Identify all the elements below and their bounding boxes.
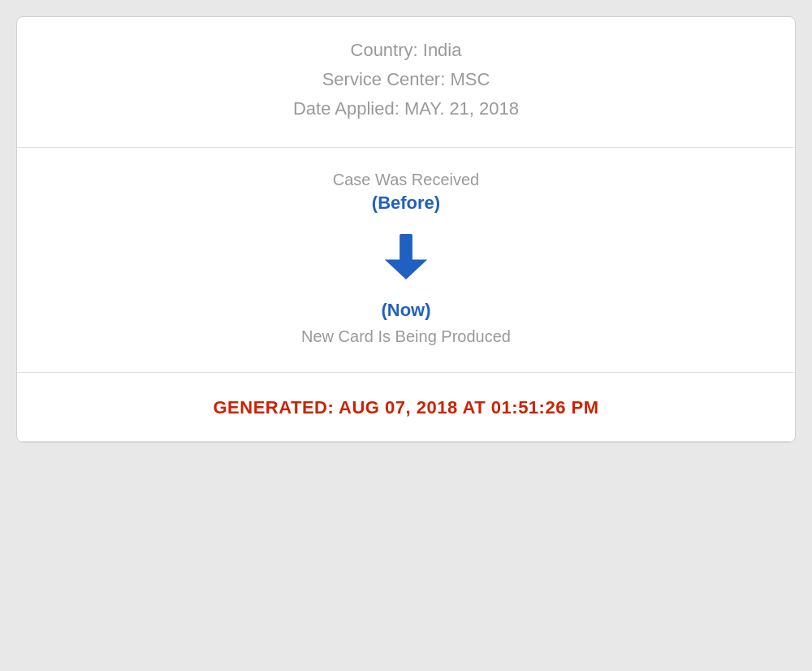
now-status-text: New Card Is Being Produced (33, 327, 779, 346)
date-applied-label: Date Applied: MAY. 21, 2018 (33, 98, 779, 119)
before-tag: (Before) (33, 193, 779, 214)
info-section: Country: India Service Center: MSC Date … (17, 17, 795, 148)
down-arrow-icon (378, 228, 434, 285)
main-card: Country: India Service Center: MSC Date … (16, 16, 796, 443)
generated-text: GENERATED: AUG 07, 2018 AT 01:51:26 PM (33, 397, 779, 418)
generated-section: GENERATED: AUG 07, 2018 AT 01:51:26 PM (17, 373, 795, 442)
country-label: Country: India (33, 40, 779, 61)
bottom-bar (16, 459, 796, 469)
arrow-container (33, 228, 779, 285)
svg-marker-1 (385, 260, 428, 280)
status-section: Case Was Received (Before) (Now) New Car… (17, 148, 795, 373)
service-center-label: Service Center: MSC (33, 69, 779, 90)
now-tag: (Now) (33, 300, 779, 321)
svg-rect-0 (400, 234, 412, 261)
before-status-text: Case Was Received (33, 171, 779, 189)
